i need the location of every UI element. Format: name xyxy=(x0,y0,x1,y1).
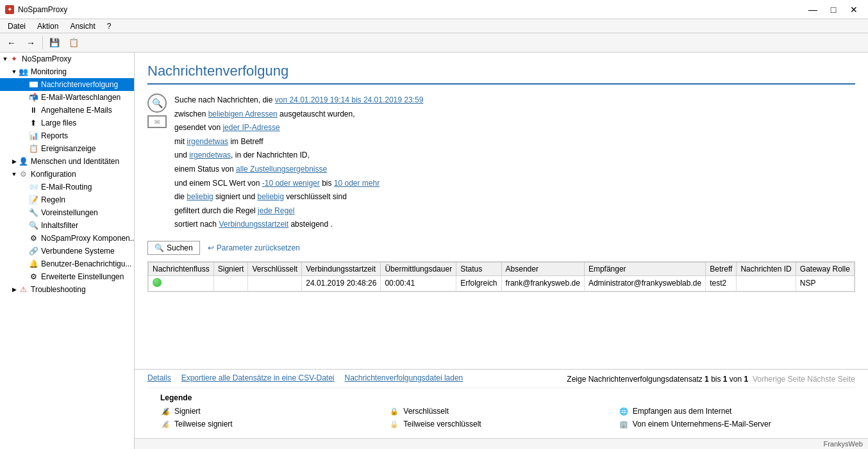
cell-signiert xyxy=(213,275,248,291)
menu-ansicht[interactable]: Ansicht xyxy=(65,20,100,32)
col-header-uebermittlungsdauer[interactable]: Übermittlungsdauer xyxy=(381,262,456,275)
desc-scl-max-link[interactable]: 10 oder mehr xyxy=(334,179,380,188)
desc-date-link[interactable]: von 24.01.2019 19:14 bis 24.01.2019 23:5… xyxy=(275,95,424,104)
desc-ip-link[interactable]: jeder IP-Adresse xyxy=(222,123,280,132)
desc-line5-suffix: , in der Nachrichten ID, xyxy=(231,151,310,159)
desc-line10-prefix: sortiert nach xyxy=(174,220,219,229)
troubleshooting-arrow-icon: ▶ xyxy=(10,286,18,293)
sidebar-item-voreinstellungen[interactable]: ▶ 🔧 Voreinstellungen xyxy=(0,206,134,219)
sidebar-konfiguration-label: Konfiguration xyxy=(31,170,76,179)
col-header-empfaenger[interactable]: Empfänger xyxy=(584,262,705,275)
sidebar-item-troubleshooting[interactable]: ▶ ⚠ Troubleshooting xyxy=(0,283,134,296)
statusbar: FrankysWeb xyxy=(135,438,868,449)
results-table-wrapper: Nachrichtenfluss Signiert Verschlüsselt … xyxy=(147,261,855,292)
reset-button[interactable]: ↩ Parameter zurücksetzen xyxy=(208,243,300,252)
col-header-status[interactable]: Status xyxy=(456,262,501,275)
sidebar-troubleshooting-label: Troubleshooting xyxy=(31,285,86,294)
sidebar-routing-label: E-Mail-Routing xyxy=(41,183,92,192)
benachrichtigungen-icon: 🔔 xyxy=(28,259,38,269)
legend-signiert-label: Signiert xyxy=(174,407,201,416)
desc-line2-prefix: zwischen xyxy=(174,110,208,118)
toolbar-copy-button[interactable]: 📋 xyxy=(65,35,83,51)
sidebar-item-largefiles[interactable]: ▶ ⬆ Large files xyxy=(0,117,134,129)
col-header-verschluesselt[interactable]: Verschlüsselt xyxy=(248,262,302,275)
cell-nachrichtenfluss xyxy=(149,275,214,291)
sidebar-item-nachrichtenverfolgung[interactable]: ▶ 📧 Nachrichtenverfolgung xyxy=(0,78,134,91)
export-link[interactable]: Exportiere alle Datensätze in eine CSV-D… xyxy=(181,373,335,382)
menu-aktion[interactable]: Aktion xyxy=(32,20,63,32)
desc-line4-prefix: mit xyxy=(174,137,187,146)
col-header-signiert[interactable]: Signiert xyxy=(213,262,248,275)
desc-line8-suffix: verschlüsselt sind xyxy=(284,192,347,201)
desc-msgid-link[interactable]: irgendetwas xyxy=(189,151,231,159)
toolbar-save-button[interactable]: 💾 xyxy=(46,35,63,51)
sidebar-item-verbundene-systeme[interactable]: ▶ 🔗 Verbundene Systeme xyxy=(0,245,134,257)
sidebar-largefiles-label: Large files xyxy=(41,118,76,127)
desc-line8-middle: signiert und xyxy=(213,192,258,201)
col-header-verbindungsstartzeit[interactable]: Verbindungsstartzeit xyxy=(302,262,381,275)
sidebar-item-erweiterte-einstellungen[interactable]: ▶ ⚙ Erweiterte Einstellungen xyxy=(0,270,134,283)
sidebar-item-angehaltene[interactable]: ▶ ⏸ Angehaltene E-Mails xyxy=(0,104,134,117)
menu-help[interactable]: ? xyxy=(102,20,117,32)
search-description: 🔍 ✉ Suche nach Nachrichten, die von 24.0… xyxy=(147,94,855,232)
toolbar-back-button[interactable]: ← xyxy=(3,35,21,51)
desc-line10-suffix: absteigend . xyxy=(288,220,333,229)
results-table: Nachrichtenfluss Signiert Verschlüsselt … xyxy=(148,262,855,291)
action-bar: 🔍 Suchen ↩ Parameter zurücksetzen xyxy=(147,241,855,255)
maximize-button[interactable]: □ xyxy=(824,3,842,16)
col-header-betreff[interactable]: Betreff xyxy=(706,262,737,275)
desc-encrypted-link[interactable]: beliebig xyxy=(257,192,283,201)
cell-uebermittlungsdauer: 00:00:41 xyxy=(381,275,456,291)
desc-rule-link[interactable]: jede Regel xyxy=(258,206,294,215)
sidebar-item-regeln[interactable]: ▶ 📝 Regeln xyxy=(0,193,134,206)
sidebar-item-warteschlangen[interactable]: ▶ 📬 E-Mail-Warteschlangen xyxy=(0,91,134,104)
sidebar-item-konfiguration[interactable]: ▼ ⚙ Konfiguration xyxy=(0,168,134,181)
root-arrow-icon: ▼ xyxy=(1,55,9,63)
legend-partial-signed-icon: 🔏 xyxy=(160,419,171,429)
col-header-absender[interactable]: Absender xyxy=(501,262,584,275)
konfiguration-arrow-icon: ▼ xyxy=(10,170,18,178)
sidebar-item-nospamproxy-komponenten[interactable]: ▶ ⚙ NoSpamProxy Komponen... xyxy=(0,232,134,245)
menu-datei[interactable]: Datei xyxy=(3,20,31,32)
cell-absender: frank@frankysweb.de xyxy=(501,275,584,291)
sidebar-verbundene-label: Verbundene Systeme xyxy=(41,247,115,256)
menschen-icon: 👤 xyxy=(18,156,28,167)
desc-status-link[interactable]: alle Zustellungsergebnisse xyxy=(236,165,327,174)
table-row[interactable]: 24.01.2019 20:48:26 00:00:41 Erfolgreich… xyxy=(149,275,855,291)
desc-scl-min-link[interactable]: -10 oder weniger xyxy=(262,179,320,188)
cell-verschluesselt xyxy=(248,275,302,291)
next-page-link: Nächste Seite xyxy=(807,375,855,384)
load-link[interactable]: Nachrichtenverfolgungsdatei laden xyxy=(344,373,463,382)
desc-addresses-link[interactable]: beliebigen Adressen xyxy=(208,110,278,118)
close-button[interactable]: ✕ xyxy=(845,3,863,16)
sidebar-item-monitoring[interactable]: ▼ 👥 Monitoring xyxy=(0,65,134,78)
sidebar-item-email-routing[interactable]: ▶ 📨 E-Mail-Routing xyxy=(0,181,134,193)
app-icon: ✦ xyxy=(5,5,14,14)
sidebar-item-benachrichtigungen[interactable]: ▶ 🔔 Benutzer-Benachrichtigu... xyxy=(0,257,134,270)
col-header-nachrichtenfluss[interactable]: Nachrichtenfluss xyxy=(149,262,214,275)
sidebar-item-reports[interactable]: ▶ 📊 Reports xyxy=(0,129,134,142)
sidebar-benachrichtigungen-label: Benutzer-Benachrichtigu... xyxy=(41,259,131,268)
sidebar-nachrichtenverfolgung-label: Nachrichtenverfolgung xyxy=(41,80,118,89)
minimize-button[interactable]: — xyxy=(804,3,822,16)
sidebar-item-inhaltsfilter[interactable]: ▶ 🔍 Inhaltsfilter xyxy=(0,219,134,232)
search-button[interactable]: 🔍 Suchen xyxy=(147,241,200,255)
desc-sort-link[interactable]: Verbindungsstartzeit xyxy=(219,220,288,229)
sidebar-item-ereignisanzeige[interactable]: ▶ 📋 Ereignisanzeige xyxy=(0,142,134,155)
desc-line3-prefix: gesendet von xyxy=(174,123,222,132)
sidebar-item-root[interactable]: ▼ ✦ NoSpamProxy xyxy=(0,53,134,65)
sidebar-ereignisanzeige-label: Ereignisanzeige xyxy=(41,144,96,153)
largefiles-icon: ⬆ xyxy=(28,118,38,128)
cell-status: Erfolgreich xyxy=(456,275,501,291)
sidebar-angehaltene-label: Angehaltene E-Mails xyxy=(41,106,112,115)
legend-grid: 🔏 Signiert 🔒 Verschlüsselt 🌐 Empfangen a… xyxy=(160,406,842,429)
details-link[interactable]: Details xyxy=(147,373,171,382)
sidebar-item-menschen[interactable]: ▶ 👤 Menschen und Identitäten xyxy=(0,155,134,168)
desc-subject-link[interactable]: irgendetwas xyxy=(187,137,228,146)
desc-signed-link[interactable]: beliebig xyxy=(187,192,213,201)
titlebar-controls: — □ ✕ xyxy=(804,3,863,16)
col-header-nachrichten-id[interactable]: Nachrichten ID xyxy=(737,262,796,275)
toolbar-forward-button[interactable]: → xyxy=(22,35,40,51)
bottom-links: Details Exportiere alle Datensätze in ei… xyxy=(147,373,463,382)
col-header-gateway-rolle[interactable]: Gateway Rolle xyxy=(796,262,854,275)
